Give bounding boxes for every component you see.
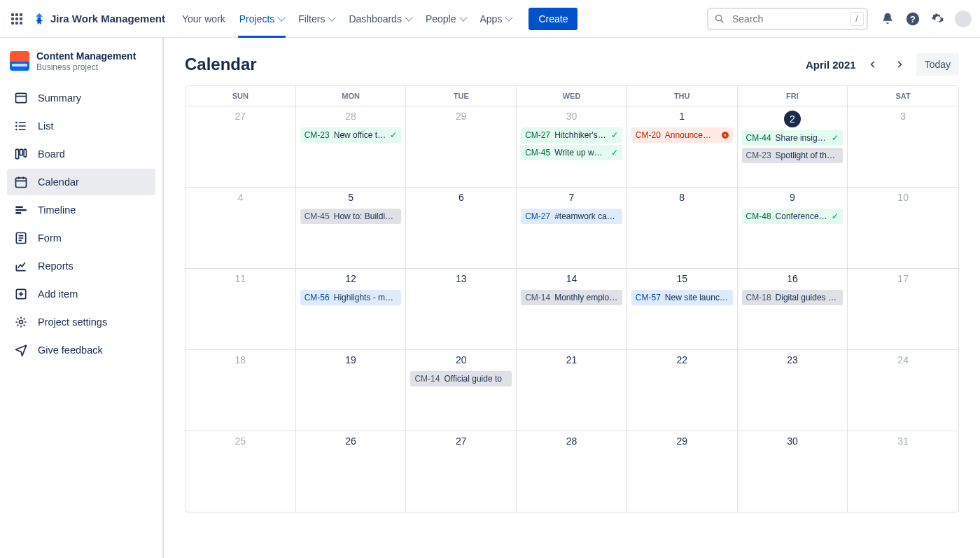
notifications-button[interactable]	[876, 8, 899, 30]
board-icon	[14, 147, 28, 161]
calendar-event[interactable]: CM-45Write up works...✓	[521, 145, 622, 160]
sidebar-item-board[interactable]: Board	[7, 141, 155, 167]
svg-point-6	[15, 129, 18, 131]
day-header: SAT	[848, 86, 958, 106]
calendar-cell[interactable]: 2CM-44Share insights...✓CM-23Spotlight o…	[738, 106, 848, 187]
jira-icon	[32, 12, 46, 26]
calendar-cell[interactable]: 30CM-27Hitchhiker's gu...✓CM-45Write up …	[517, 106, 627, 187]
calendar-cell[interactable]: 6	[406, 187, 517, 268]
calendar-event[interactable]: CM-27Hitchhiker's gu...✓	[521, 127, 622, 143]
bell-icon	[880, 11, 895, 27]
sidebar-item-reports[interactable]: Reports	[7, 253, 155, 279]
calendar-cell[interactable]: 29	[406, 106, 517, 187]
sidebar-item-calendar[interactable]: Calendar	[7, 169, 155, 195]
calendar-cell[interactable]: 25	[186, 431, 296, 512]
sidebar-item-summary[interactable]: Summary	[7, 85, 155, 111]
calendar-event[interactable]: CM-44Share insights...✓	[742, 130, 844, 146]
sidebar-item-list[interactable]: List	[7, 113, 155, 139]
help-button[interactable]: ?	[902, 8, 924, 30]
sidebar-item-form[interactable]: Form	[7, 225, 155, 251]
calendar-cell[interactable]: 3	[848, 106, 958, 187]
event-title: Hitchhiker's gu...	[554, 130, 607, 140]
project-header[interactable]: Content Management Business project	[7, 50, 155, 82]
nav-dashboards[interactable]: Dashboards	[342, 0, 419, 37]
calendar-cell[interactable]: 17	[848, 268, 958, 349]
calendar-cell[interactable]: 9CM-48Conference tour✓	[738, 187, 848, 268]
calendar-cell[interactable]: 28	[517, 431, 627, 512]
calendar-cell[interactable]: 11	[186, 268, 296, 349]
nav-apps[interactable]: Apps	[473, 0, 519, 37]
calendar-event[interactable]: CM-23New office tour✓	[300, 127, 402, 143]
timeline-icon	[14, 203, 28, 217]
calendar-cell[interactable]: 10	[848, 187, 958, 268]
blocked-icon: +	[720, 130, 729, 140]
calendar-event[interactable]: CM-23Spotlight of the mo...	[742, 148, 844, 163]
date-number: 12	[345, 273, 356, 284]
profile-button[interactable]	[952, 8, 974, 30]
create-button[interactable]: Create	[528, 8, 578, 30]
calendar-cell[interactable]: 14CM-14Monthly employee ...	[517, 268, 627, 349]
calendar-cell[interactable]: 7CM-27#teamwork campaign	[517, 187, 627, 268]
date-number: 3	[900, 111, 906, 122]
calendar-cell[interactable]: 27	[406, 431, 517, 512]
calendar-cell[interactable]: 24	[848, 349, 958, 431]
next-month-button[interactable]	[890, 55, 909, 74]
calendar-cell[interactable]: 13	[406, 268, 517, 349]
chevron-down-icon	[405, 13, 412, 21]
calendar-event[interactable]: CM-14Monthly employee ...	[521, 290, 622, 305]
calendar-cell[interactable]: 5CM-45How to: Building des	[296, 187, 407, 268]
calendar-cell[interactable]: 1CM-20Announcement b..+	[627, 106, 738, 187]
calendar-cell[interactable]: 29	[627, 431, 738, 512]
calendar-cell[interactable]: 26	[296, 431, 407, 512]
calendar-event[interactable]: CM-20Announcement b..+	[631, 127, 733, 143]
sidebar-item-timeline[interactable]: Timeline	[7, 197, 155, 223]
today-button[interactable]: Today	[916, 53, 959, 76]
date-number: 27	[456, 435, 467, 447]
calendar-cell[interactable]: 28CM-23New office tour✓	[296, 106, 407, 187]
calendar-cell[interactable]: 21	[517, 349, 627, 431]
calendar-cell[interactable]: 23	[738, 349, 848, 431]
calendar-event[interactable]: CM-48Conference tour✓	[742, 209, 844, 224]
nav-projects[interactable]: Projects	[232, 0, 292, 37]
date-number: 21	[566, 354, 578, 365]
date-number: 10	[897, 192, 909, 203]
prev-month-button[interactable]	[863, 55, 883, 74]
svg-text:?: ?	[910, 13, 916, 24]
calendar-event[interactable]: CM-56Highlights - month of	[300, 290, 402, 305]
calendar-event[interactable]: CM-14Official guide to	[410, 371, 512, 386]
date-number: 16	[787, 273, 798, 284]
calendar-cell[interactable]: 20CM-14Official guide to	[406, 349, 517, 431]
calendar-event[interactable]: CM-57New site launch blog	[631, 290, 733, 305]
app-switcher-button[interactable]	[6, 8, 28, 30]
calendar-event[interactable]: CM-18Digital guides to ex...	[742, 290, 844, 305]
calendar-cell[interactable]: 27	[186, 106, 296, 187]
check-icon: ✓	[390, 130, 397, 140]
date-number: 13	[456, 273, 467, 284]
sidebar-item-give-feedback[interactable]: Give feedback	[7, 337, 155, 363]
nav-filters[interactable]: Filters	[291, 0, 342, 37]
calendar-cell[interactable]: 30	[738, 431, 848, 512]
sidebar-item-project-settings[interactable]: Project settings	[7, 309, 155, 335]
calendar-cell[interactable]: 22	[627, 349, 738, 431]
event-key: CM-45	[525, 148, 550, 158]
settings-button[interactable]	[927, 8, 949, 30]
search-box[interactable]: /	[707, 8, 868, 30]
calendar-cell[interactable]: 4	[186, 187, 296, 268]
calendar-cell[interactable]: 16CM-18Digital guides to ex...	[738, 268, 848, 349]
calendar-cell[interactable]: 31	[848, 431, 958, 512]
calendar-cell[interactable]: 12CM-56Highlights - month of	[296, 268, 407, 349]
calendar-cell[interactable]: 19	[296, 349, 407, 431]
event-title: Official guide to	[444, 374, 507, 384]
chevron-left-icon	[868, 60, 878, 69]
product-logo[interactable]: Jira Work Management	[32, 12, 165, 26]
calendar-cell[interactable]: 18	[186, 349, 296, 431]
calendar-event[interactable]: CM-45How to: Building des	[300, 209, 402, 224]
nav-your-work[interactable]: Your work	[175, 0, 232, 37]
calendar-event[interactable]: CM-27#teamwork campaign	[521, 209, 622, 224]
check-icon: ✓	[611, 148, 618, 158]
sidebar-item-add-item[interactable]: Add item	[7, 281, 155, 307]
search-input[interactable]	[731, 13, 844, 25]
calendar-cell[interactable]: 8	[627, 187, 738, 268]
nav-people[interactable]: People	[419, 0, 473, 37]
calendar-cell[interactable]: 15CM-57New site launch blog	[627, 268, 738, 349]
